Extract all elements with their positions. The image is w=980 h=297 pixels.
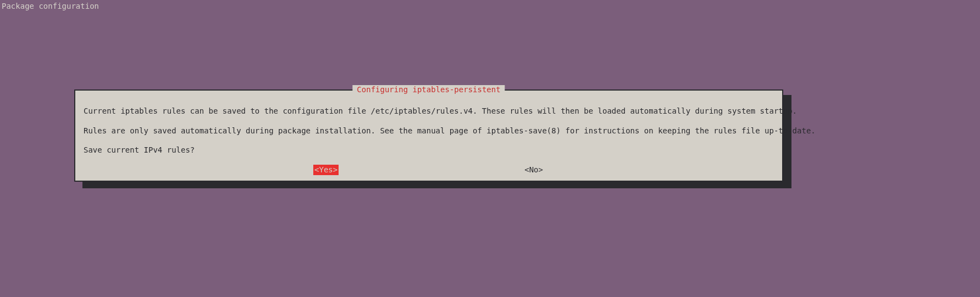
dialog-box: Configuring iptables-persistent Current … [74, 89, 783, 182]
no-button[interactable]: <No> [523, 165, 544, 176]
dialog-text-line-3: Save current IPv4 rules? [84, 145, 774, 156]
content-area: Configuring iptables-persistent Current … [0, 10, 980, 297]
yes-button[interactable]: <Yes> [313, 165, 339, 176]
dialog-text-line-1: Current iptables rules can be saved to t… [84, 106, 774, 117]
dialog-text-line-2: Rules are only saved automatically durin… [84, 126, 774, 137]
button-row: <Yes> <No> [84, 165, 774, 176]
terminal-background: Package configuration Configuring iptabl… [0, 0, 980, 297]
dialog-body: Current iptables rules can be saved to t… [75, 91, 782, 181]
dialog-title: Configuring iptables-persistent [352, 85, 505, 94]
page-title: Package configuration [2, 2, 99, 10]
